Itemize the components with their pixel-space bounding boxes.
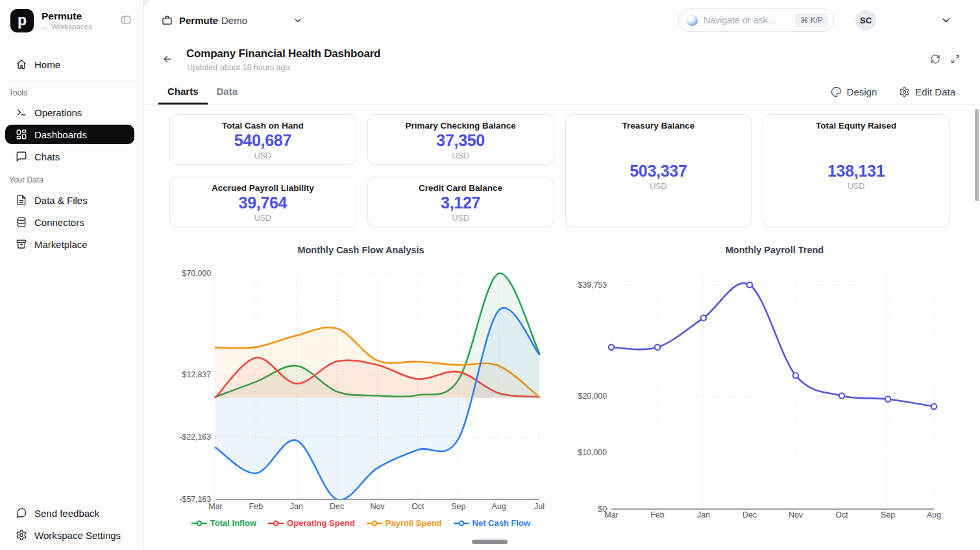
legend-item[interactable]: Payroll Spend xyxy=(367,518,442,528)
avatar-initials: SC xyxy=(860,16,872,25)
back-button[interactable] xyxy=(162,53,173,65)
expand-icon[interactable] xyxy=(950,54,961,64)
sidebar-item-label: Chats xyxy=(34,151,60,162)
gear-icon xyxy=(16,529,27,541)
svg-text:$20,000: $20,000 xyxy=(578,392,607,401)
search-input[interactable] xyxy=(704,15,795,25)
metric-title: Credit Card Balance xyxy=(419,182,502,194)
tab-data[interactable]: Data xyxy=(208,79,247,105)
legend-item[interactable]: Total Inflow xyxy=(191,518,256,528)
sidebar-item-label: Data & Files xyxy=(34,195,88,206)
svg-text:Nov: Nov xyxy=(370,502,385,511)
metric-title: Total Cash on Hand xyxy=(222,120,304,131)
ai-orb-icon xyxy=(687,15,698,26)
svg-text:Mar: Mar xyxy=(208,502,223,511)
sidebar-item-home[interactable]: Home xyxy=(5,55,134,74)
workspace-suffix: Demo xyxy=(221,15,247,26)
sidebar-item-chats[interactable]: Chats xyxy=(5,147,134,166)
sidebar-item-operations[interactable]: Operations xyxy=(5,103,134,122)
legend-label: Net Cash Flow xyxy=(472,518,531,528)
tabs-row: Charts Data Design xyxy=(143,79,980,105)
feedback-bubble-icon xyxy=(16,507,27,519)
permute-logo: p xyxy=(10,9,34,32)
home-icon xyxy=(16,58,27,70)
sidebar-item-label: Marketplace xyxy=(34,239,88,250)
svg-text:Jan: Jan xyxy=(290,502,303,511)
svg-text:Sep: Sep xyxy=(451,502,465,511)
svg-text:Aug: Aug xyxy=(927,510,941,519)
edit-data-button[interactable]: Edit Data xyxy=(899,86,955,97)
svg-text:Dec: Dec xyxy=(330,502,344,511)
sidebar-item-connectors[interactable]: Connectors xyxy=(5,212,134,232)
svg-text:-$22,163: -$22,163 xyxy=(179,432,211,442)
section-label-your-data: Your Data xyxy=(9,175,43,184)
sidebar-item-label: Workspace Settings xyxy=(34,530,121,541)
briefcase-icon xyxy=(162,15,173,26)
file-text-icon xyxy=(16,194,27,206)
workspace-name: Permute xyxy=(179,15,218,26)
terminal-icon xyxy=(16,106,27,118)
horizontal-scrollbar-thumb[interactable] xyxy=(472,540,508,544)
workspace-switcher[interactable]: Permute Demo xyxy=(155,8,310,32)
legend-label: Payroll Spend xyxy=(386,518,442,528)
workspaces-back-link[interactable]: ← Workspaces xyxy=(42,23,92,31)
refresh-icon[interactable] xyxy=(930,54,940,64)
metric-card-total-cash: Total Cash on Hand 540,687 USD xyxy=(169,114,356,165)
cash-flow-chart: $70,000$12,837-$22,163-$57,163MarFebJanD… xyxy=(156,239,565,531)
keyboard-shortcut-badge: ⌘ K/P xyxy=(795,13,828,27)
vertical-scrollbar-thumb[interactable] xyxy=(975,109,979,201)
sidebar-item-dashboards[interactable]: Dashboards xyxy=(5,125,134,144)
metric-card-credit-card: Credit Card Balance 3,127 USD xyxy=(367,177,554,227)
sidebar-item-label: Operations xyxy=(34,107,82,118)
svg-text:Mar: Mar xyxy=(604,510,619,519)
metric-cards: Total Cash on Hand 540,687 USD Primary C… xyxy=(169,114,949,227)
database-icon xyxy=(16,216,27,228)
edit-data-label: Edit Data xyxy=(915,86,955,97)
svg-text:Feb: Feb xyxy=(650,510,665,519)
updated-timestamp: Updated about 18 hours ago xyxy=(187,63,289,72)
gear-icon xyxy=(899,86,910,97)
metric-card-equity-raised: Total Equity Raised 138,131 USD xyxy=(763,114,949,227)
global-search[interactable]: ⌘ K/P xyxy=(678,8,834,32)
metric-value: 138,131 xyxy=(827,162,885,180)
main-panel: Permute Demo ⌘ K/P SC xyxy=(143,0,980,550)
brand-name: Permute xyxy=(42,10,82,22)
design-button[interactable]: Design xyxy=(831,86,877,97)
legend-label: Operating Spend xyxy=(287,518,355,528)
sidebar-item-marketplace[interactable]: Marketplace xyxy=(5,234,134,254)
avatar[interactable]: SC xyxy=(855,10,876,31)
svg-text:Feb: Feb xyxy=(249,502,263,511)
metric-unit: USD xyxy=(452,151,469,161)
sidebar-item-send-feedback[interactable]: Send feedback xyxy=(5,503,134,523)
cash-flow-chart-legend: Total InflowOperating SpendPayroll Spend… xyxy=(156,518,565,528)
chat-bubble-icon xyxy=(16,151,27,162)
svg-text:Nov: Nov xyxy=(789,510,803,519)
svg-text:Aug: Aug xyxy=(492,502,506,511)
metric-value: 540,687 xyxy=(234,131,291,149)
topbar: Permute Demo ⌘ K/P SC xyxy=(143,0,980,40)
tab-charts[interactable]: Charts xyxy=(158,79,208,105)
legend-line-marker-icon xyxy=(367,520,382,527)
chevron-down-icon[interactable] xyxy=(940,15,951,26)
sidebar-item-label: Home xyxy=(34,59,60,70)
metric-title: Total Equity Raised xyxy=(816,120,896,131)
svg-text:Oct: Oct xyxy=(411,502,424,511)
marketplace-box-icon xyxy=(16,238,27,250)
metric-card-treasury: Treasury Balance 503,337 USD xyxy=(565,114,752,227)
svg-text:$10,000: $10,000 xyxy=(578,448,607,457)
sidebar-item-data-files[interactable]: Data & Files xyxy=(5,190,134,210)
metric-unit: USD xyxy=(254,214,271,223)
sidebar-collapse-icon[interactable] xyxy=(119,14,132,25)
svg-text:-$57,163: -$57,163 xyxy=(179,495,211,504)
legend-item[interactable]: Net Cash Flow xyxy=(454,518,531,528)
svg-text:$39,753: $39,753 xyxy=(578,281,607,290)
chevron-down-icon xyxy=(293,15,303,25)
sidebar-item-workspace-settings[interactable]: Workspace Settings xyxy=(5,525,134,545)
metric-title: Accrued Payroll Liability xyxy=(212,182,314,194)
metric-unit: USD xyxy=(848,182,864,192)
metric-value: 37,350 xyxy=(436,131,485,149)
legend-line-marker-icon xyxy=(191,520,207,527)
legend-item[interactable]: Operating Spend xyxy=(268,518,355,528)
metric-title: Primary Checking Balance xyxy=(405,120,515,131)
metric-unit: USD xyxy=(452,214,469,223)
